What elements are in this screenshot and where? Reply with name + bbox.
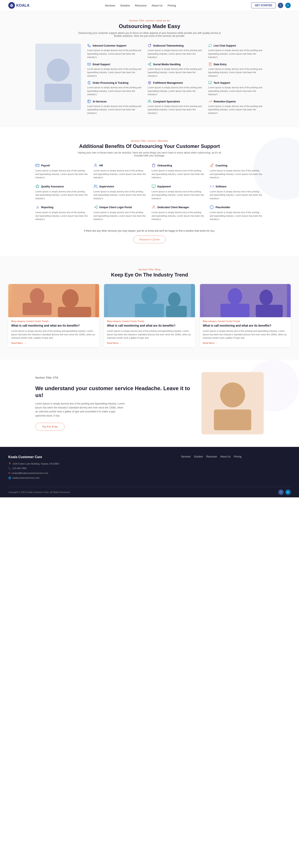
benefit-payroll-text: Lorem Ipsum is simply dummy text of the … (35, 169, 89, 179)
svg-rect-27 (152, 185, 156, 187)
svg-rect-4 (37, 46, 79, 108)
footer-services[interactable]: Services (181, 455, 191, 458)
try-free-button[interactable]: Try For Free (35, 423, 65, 431)
cta-section: Section Title: CTA We understand your cu… (0, 360, 299, 447)
svg-rect-7 (44, 77, 73, 102)
service-retention: Retention Experts Lorem Ipsum is simply … (208, 99, 264, 115)
svg-rect-37 (23, 303, 52, 315)
cta-inner: Section Title: CTA We understand your cu… (35, 372, 264, 434)
section3-label: Section Title: Blog (8, 268, 291, 271)
footer-brand: Koala Customer Care 📍 1418 Cotton Lane B… (8, 455, 173, 481)
blog-1-read-more[interactable]: Read More → (11, 342, 96, 344)
blog-3-read-more[interactable]: Read More → (203, 342, 288, 344)
footer-facebook-icon[interactable]: f (278, 490, 284, 495)
benefit-login-text: Lorem Ipsum is simply dummy text of the … (94, 211, 147, 221)
service-fulfillment-label: Fulfillment Management (153, 82, 183, 84)
benefit-equipment-label: Equipment (157, 185, 171, 188)
blog-image-1 (8, 284, 99, 317)
footer-address: 📍 1418 Cotton Lane Building, Virginia, V… (8, 462, 173, 466)
benefits-grid: Payroll Lorem Ipsum is simply dummy text… (35, 163, 264, 221)
service-data-text: Lorem Ipsum is simply dummy text of the … (208, 67, 264, 78)
benefit-login: Unique Client Login Portal Lorem Ipsum i… (94, 205, 147, 221)
service-order-label: Order Processing & Tracking (93, 82, 128, 84)
svg-point-11 (150, 63, 151, 64)
benefit-coaching: Coaching Lorem Ipsum is simply dummy tex… (210, 163, 264, 179)
service-order-text: Lorem Ipsum is simply dummy text of the … (87, 86, 143, 96)
complaint-icon (147, 99, 152, 104)
arrow-icon-2: → (120, 342, 122, 344)
get-started-button[interactable]: GET STARTED (251, 2, 276, 8)
cta-text: Section Title: CTA We understand your cu… (35, 376, 193, 431)
outsourcing-content: Inbound Customer Support Lorem Ipsum is … (35, 43, 264, 115)
client-icon (152, 205, 156, 210)
request-quote-button[interactable]: Request A Quote (133, 236, 166, 243)
location-icon: 📍 (8, 462, 11, 466)
svg-rect-50 (201, 372, 264, 434)
footer-linkedin-icon[interactable]: in (285, 490, 291, 495)
benefit-software-text: Lorem Ipsum is simply dummy text of the … (210, 190, 264, 200)
blog-3-category: Blog category: Contact Center Trends (203, 320, 288, 322)
section1-title: Outsourcing Made Easy (35, 23, 264, 30)
svg-point-51 (222, 381, 243, 404)
blog-2-category: Blog category: Contact Center Trends (107, 320, 192, 322)
service-social-text: Lorem Ipsum is simply dummy text of the … (147, 67, 203, 78)
ai-icon (87, 99, 91, 104)
benefit-coaching-label: Coaching (215, 164, 227, 167)
benefit-coaching-text: Lorem Ipsum is simply dummy text of the … (210, 169, 264, 179)
service-inbound-text: Lorem Ipsum is simply dummy text of the … (87, 49, 143, 59)
benefit-onboarding-label: Onboarding (157, 164, 172, 167)
service-social: Social Media Handling Lorem Ipsum is sim… (147, 62, 203, 78)
footer-pricing[interactable]: Pricing (234, 455, 241, 458)
footer-solution[interactable]: Solution (194, 455, 203, 458)
benefit-supervision: Supervision Lorem Ipsum is simply dummy … (94, 184, 147, 200)
benefit-reporting-text: Lorem Ipsum is simply dummy text of the … (35, 211, 89, 221)
svg-line-14 (149, 64, 150, 65)
svg-rect-39 (58, 307, 91, 317)
footer-resource[interactable]: Resourse (206, 455, 217, 458)
social-icon-item (147, 62, 152, 66)
nav-pricing[interactable]: Pricing (168, 4, 176, 7)
nav-solution[interactable]: Solution (120, 4, 130, 7)
svg-rect-9 (52, 58, 54, 64)
supervision-icon (94, 184, 98, 189)
svg-point-57 (235, 393, 237, 395)
svg-point-26 (94, 185, 96, 186)
svg-point-56 (228, 393, 230, 395)
service-email-text: Lorem Ipsum is simply dummy text of the … (87, 67, 143, 78)
cta-desc: Lorem Ipsum is simply dummy text of the … (35, 402, 127, 418)
footer-nav: Services Solution Resourse About Us Pric… (181, 455, 291, 458)
service-email: Email Support Lorem Ipsum is simply dumm… (87, 62, 143, 78)
order-icon (87, 81, 91, 85)
service-complaint: Complaint Specialists Lorem Ipsum is sim… (147, 99, 203, 115)
nav-right: GET STARTED f in (251, 2, 291, 8)
email-icon (87, 62, 91, 66)
benefit-onboarding: Onboarding Lorem Ipsum is simply dummy t… (152, 163, 205, 179)
hr-icon (94, 163, 98, 168)
benefit-placeholder-label: Placeholder (215, 206, 230, 209)
quote-section: If there are any other services you may … (35, 229, 264, 243)
linkedin-icon[interactable]: in (285, 3, 291, 8)
svg-line-15 (149, 63, 150, 64)
blog-2-read-more[interactable]: Read More → (107, 342, 192, 344)
svg-rect-55 (241, 392, 244, 396)
footer-about[interactable]: About Us (220, 455, 230, 458)
equipment-icon (152, 184, 156, 189)
service-fulfillment-text: Lorem Ipsum is simply dummy text of the … (147, 86, 203, 96)
footer-nav-links: Services Solution Resourse About Us Pric… (181, 455, 291, 458)
facebook-icon[interactable]: f (278, 3, 283, 8)
nav-about[interactable]: About Us (152, 4, 163, 7)
service-data: Data Entry Lorem Ipsum is simply dummy t… (208, 62, 264, 78)
svg-rect-22 (36, 164, 39, 166)
benefit-qa-text: Lorem Ipsum is simply dummy text of the … (35, 190, 89, 200)
nav-services[interactable]: Services (105, 4, 115, 7)
benefits-section: Section Title: service / Benefits Additi… (0, 127, 299, 256)
arrow-icon-3: → (215, 342, 218, 344)
svg-point-8 (52, 58, 64, 69)
nav-resource[interactable]: Resource (135, 4, 146, 7)
svg-point-6 (49, 54, 67, 75)
service-social-label: Social Media Handling (153, 63, 180, 66)
login-icon (94, 205, 98, 210)
blog-1-category: Blog category: Contact Center Trends (11, 320, 96, 322)
svg-rect-44 (166, 306, 187, 317)
blog-1-text: Lorem Ipsum is simply dummy text of the … (11, 329, 96, 340)
